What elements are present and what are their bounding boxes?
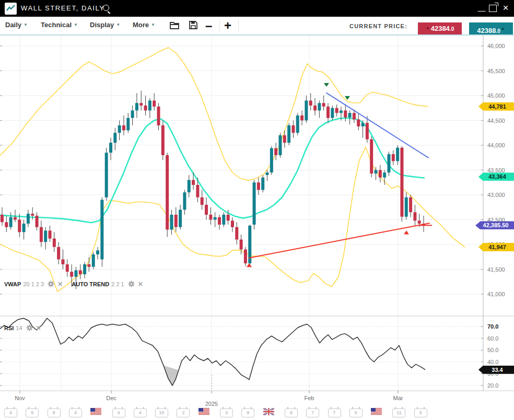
indicator-value-badge: 43,364 (478, 172, 514, 181)
calendar-event-icon[interactable]: 4 (4, 409, 17, 417)
vwap-bands-layer (0, 48, 465, 291)
xaxis-year: 2025 (200, 401, 223, 407)
close-icon[interactable]: ✕ (57, 281, 63, 288)
app-logo-icon (5, 3, 17, 15)
chart-title: WALL STREET, DAILY (21, 4, 105, 12)
calendar-event-icon[interactable]: 6 (285, 409, 298, 417)
current-price-label: CURRENT PRICE: (349, 23, 407, 29)
indicator-value-badge: 41,947 (478, 243, 514, 251)
chevron-down-icon: ▼ (74, 22, 78, 27)
autotrend-params: 2 2 1 (111, 281, 124, 287)
search-icon[interactable] (103, 5, 109, 11)
arrow-down-icon: ▼ (426, 26, 430, 31)
calendar-event-icon[interactable]: 4 (112, 409, 125, 417)
rsi-params: 14 (16, 325, 22, 331)
calendar-event-icon[interactable]: 4 (134, 409, 147, 417)
vwap-label: VWAP (4, 281, 21, 287)
xaxis-month: Nov (8, 395, 31, 401)
calendar-event-icon[interactable]: 3 (220, 409, 233, 417)
ask-price-badge: 42388.0▲ (469, 22, 513, 34)
zoom-out-button[interactable]: – (205, 18, 212, 33)
axis-tick-label: 40.0 (487, 359, 512, 365)
axis-tick-label: 46,000 (487, 43, 512, 49)
buy-signal-icon (247, 263, 252, 267)
axis-tick-label: 45,000 (487, 92, 512, 99)
axis-tick-label: 20.0 (487, 382, 512, 389)
calendar-event-icon[interactable]: 11 (392, 409, 405, 417)
rsi-label: RSI (4, 325, 14, 331)
axis-tick-label: 50.0 (487, 347, 512, 353)
vwap-indicator-row: VWAP20 1 2 3✕ AUTO TREND2 2 1✕ (4, 281, 143, 288)
last-price-badge: 42,385.50 (475, 221, 514, 229)
calendar-event-icon[interactable]: 7 (306, 409, 319, 417)
chevron-down-icon: ▼ (151, 22, 155, 27)
chevron-down-icon: ▼ (24, 22, 28, 27)
toolbar: Daily▼ Technical▼ Display▼ More▼ – + CUR… (0, 17, 514, 36)
axis-tick-label: 70.0 (487, 323, 512, 330)
close-icon[interactable]: ✕ (36, 324, 41, 332)
technical-menu[interactable]: Technical▼ (41, 21, 78, 29)
open-folder-icon[interactable] (169, 20, 181, 32)
axis-tick-label: 44,000 (487, 142, 512, 148)
close-icon[interactable]: × (500, 0, 511, 17)
calendar-event-icon[interactable]: 5 (414, 409, 427, 417)
xaxis-month: Dec (100, 395, 123, 401)
gear-icon[interactable] (26, 324, 33, 332)
zoom-in-button[interactable]: + (224, 18, 231, 33)
calendar-event-icon[interactable]: 4 (69, 409, 82, 417)
calendar-event-icon[interactable]: 5 (26, 409, 39, 417)
axis-tick-label: 45,500 (487, 68, 512, 74)
xaxis-month: Feb (298, 395, 321, 401)
chart-canvas[interactable] (0, 36, 514, 420)
calendar-event-icon[interactable]: 10 (155, 409, 168, 417)
rsi-indicator-row: RSI14✕ (4, 324, 41, 332)
sell-signal-icon (324, 83, 329, 87)
display-menu[interactable]: Display▼ (90, 21, 120, 29)
calendar-event-icon[interactable]: 2 (177, 409, 190, 417)
axis-tick-label: 41,000 (487, 291, 512, 297)
rsi-layer (0, 318, 425, 386)
us-flag-icon[interactable] (371, 408, 382, 415)
calendar-event-icon[interactable]: 5 (349, 409, 363, 417)
calendar-event-icon[interactable]: 8 (48, 409, 61, 417)
axis-tick-label: 44,500 (487, 118, 512, 124)
axis-tick-label: 43,000 (487, 192, 512, 198)
indicator-value-badge: 33.4 (478, 366, 514, 374)
gear-icon[interactable] (128, 281, 135, 288)
vwap-params: 20 1 2 3 (23, 281, 44, 287)
arrow-up-icon: ▲ (501, 26, 505, 31)
trading-app-window: { "titlebar": {"title": "WALL STREET, DA… (0, 0, 514, 420)
calendar-event-icon[interactable]: 9 (241, 409, 254, 417)
calendar-event-icon[interactable]: 7 (328, 409, 341, 417)
gear-icon[interactable] (48, 281, 54, 288)
xaxis-month: Mar (387, 395, 410, 401)
event-icon-strip: 458444102396775115 (0, 407, 514, 420)
toolbar-separator (219, 20, 220, 31)
uk-flag-icon[interactable] (263, 408, 274, 415)
save-icon[interactable] (188, 20, 198, 32)
buy-signal-icon (404, 231, 409, 235)
close-icon[interactable]: ✕ (138, 281, 143, 288)
more-menu[interactable]: More▼ (133, 21, 155, 29)
bid-price-badge: ▼42384.0 (418, 22, 462, 34)
popout-button[interactable] (489, 5, 497, 12)
pane-borders (0, 36, 514, 393)
timeframe-menu[interactable]: Daily▼ (5, 21, 28, 29)
us-flag-icon[interactable] (198, 408, 209, 415)
axis-tick-label: 43,500 (487, 167, 512, 173)
minimize-button[interactable]: — (476, 0, 487, 17)
title-bar: WALL STREET, DAILY — × (0, 0, 514, 17)
axis-tick-label: 60.0 (487, 335, 512, 342)
autotrend-label: AUTO TREND (72, 281, 109, 287)
indicator-value-badge: 44,781 (478, 102, 514, 111)
us-flag-icon[interactable] (90, 408, 101, 415)
chevron-down-icon: ▼ (116, 22, 120, 27)
axis-tick-label: 41,500 (487, 266, 512, 273)
toolbar-separator (238, 20, 239, 31)
